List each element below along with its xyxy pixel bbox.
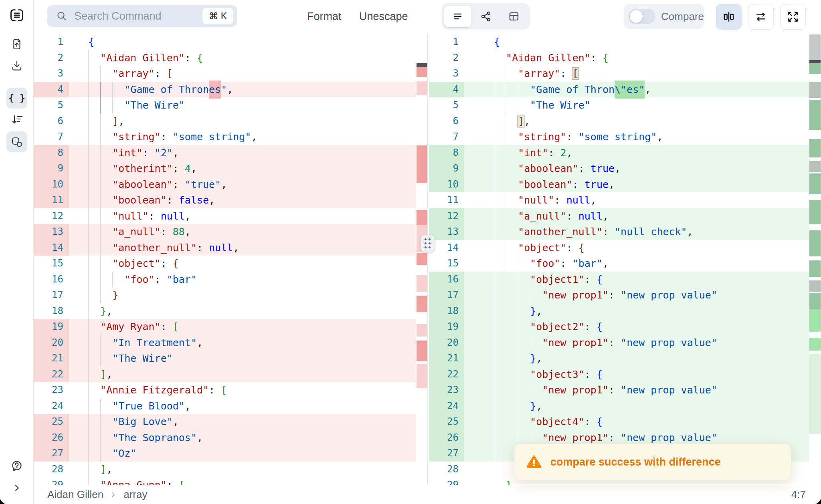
line-number: 2	[429, 50, 464, 66]
indent-guide	[506, 398, 506, 414]
code-line: "Aidan Gillen": {	[464, 50, 809, 66]
line-number: 2	[34, 50, 69, 66]
ruler-mark	[417, 364, 427, 388]
indent-guide	[88, 224, 89, 240]
text-view-button[interactable]: { }	[6, 88, 27, 109]
code-line: "new prop1": "new prop value"	[464, 335, 809, 351]
download-button[interactable]	[6, 55, 27, 76]
right-editor[interactable]: 1234567891011121314151617181920212223242…	[429, 33, 809, 485]
code-line: ],	[69, 113, 416, 129]
left-editor[interactable]: 1234567891011121314151617181920212223242…	[34, 33, 416, 485]
search-input[interactable]: Search Command ⌘ K	[47, 5, 237, 27]
code-line: "boolean": false,	[69, 192, 416, 208]
line-number: 23	[34, 382, 69, 398]
diff-icon	[722, 10, 736, 24]
ruler-mark	[417, 210, 427, 225]
code-line: },	[464, 398, 809, 414]
line-number: 20	[429, 335, 464, 351]
line-number: 21	[34, 351, 69, 367]
line-number: 28	[34, 462, 69, 478]
ruler-mark	[809, 63, 821, 74]
indent-guide	[494, 192, 494, 208]
indent-guide	[506, 145, 506, 161]
indent-guide	[100, 272, 101, 288]
indent-guide	[88, 367, 89, 383]
line-number: 6	[34, 113, 69, 129]
code-line: "object4": {	[464, 414, 809, 430]
code-line: "Big Love",	[69, 414, 416, 430]
status-bar: Aidan Gillen array 4:7	[34, 485, 821, 504]
indent-guide	[518, 97, 518, 113]
indent-guide	[518, 367, 518, 383]
code-line: "Anna Gunn": [	[69, 477, 416, 485]
line-number: 4	[429, 82, 464, 98]
tab-graph-view[interactable]	[472, 6, 499, 27]
indent-guide	[88, 351, 89, 367]
toolbar: Search Command ⌘ K Format Unescape	[34, 0, 821, 33]
line-number: 3	[429, 66, 464, 82]
sash-grip-handle[interactable]	[421, 235, 435, 252]
sidebar-divider	[0, 82, 34, 82]
indent-guide	[518, 287, 518, 303]
indent-guide	[88, 192, 89, 208]
right-overview-ruler[interactable]	[809, 33, 821, 485]
app-logo-icon	[6, 5, 27, 26]
swap-arrows-icon	[754, 10, 768, 24]
line-number: 17	[34, 287, 69, 303]
swap-sides-button[interactable]	[748, 4, 774, 30]
indent-guide	[88, 240, 89, 256]
indent-guide	[88, 430, 89, 446]
code-line: "Game of Thrones",	[69, 82, 416, 98]
breadcrumb-item-root[interactable]: Aidan Gillen	[47, 488, 103, 501]
line-number: 1	[429, 34, 464, 50]
unescape-button[interactable]: Unescape	[359, 0, 408, 33]
indent-guide	[100, 129, 101, 145]
line-number: 9	[34, 161, 69, 177]
indent-guide	[494, 224, 494, 240]
left-gutter: 1234567891011121314151617181920212223242…	[34, 34, 69, 485]
code-line: "array": [	[69, 66, 416, 82]
toast-message: compare success with difference	[550, 456, 721, 468]
line-number: 21	[429, 351, 464, 367]
import-file-button[interactable]	[6, 34, 27, 54]
indent-guide	[100, 256, 101, 272]
ruler-mark	[809, 200, 821, 224]
indent-guide	[100, 145, 101, 161]
indent-guide	[506, 66, 506, 82]
breadcrumb-item-array[interactable]: array	[123, 488, 147, 501]
fullscreen-button[interactable]	[780, 4, 806, 30]
warning-icon	[526, 454, 542, 470]
indent-guide	[506, 192, 506, 208]
indent-guide	[494, 50, 494, 66]
code-line: }	[69, 287, 416, 303]
compare-toggle[interactable]	[629, 9, 655, 24]
indent-guide	[530, 382, 530, 398]
table-icon	[508, 10, 520, 23]
collapse-sidebar-button[interactable]	[6, 478, 27, 498]
search-shortcut-badge: ⌘ K	[202, 8, 233, 24]
code-line: ],	[69, 462, 416, 478]
code-line: "object": {	[464, 240, 809, 256]
line-number: 1	[34, 34, 69, 50]
compare-label: Compare	[661, 10, 704, 23]
code-line: },	[464, 303, 809, 319]
indent-guide	[88, 272, 89, 288]
sort-button[interactable]	[6, 109, 27, 130]
indent-guide	[530, 287, 530, 303]
line-number: 5	[429, 97, 464, 113]
indent-guide	[88, 398, 89, 414]
format-button[interactable]: Format	[307, 0, 342, 33]
compare-mode-button[interactable]	[6, 131, 27, 152]
help-button[interactable]	[6, 456, 27, 476]
ruler-mark	[417, 67, 427, 77]
line-number: 12	[34, 208, 69, 224]
code-line: {	[69, 34, 416, 50]
line-number: 3	[34, 66, 69, 82]
code-line: "new prop1": "new prop value"	[464, 430, 809, 446]
tab-table-view[interactable]	[500, 6, 528, 27]
diff-view-button[interactable]	[716, 4, 742, 30]
ruler-mark	[417, 296, 427, 312]
left-overview-ruler[interactable]	[416, 33, 427, 485]
line-number: 29	[429, 477, 464, 485]
tab-text-view[interactable]	[444, 6, 471, 27]
